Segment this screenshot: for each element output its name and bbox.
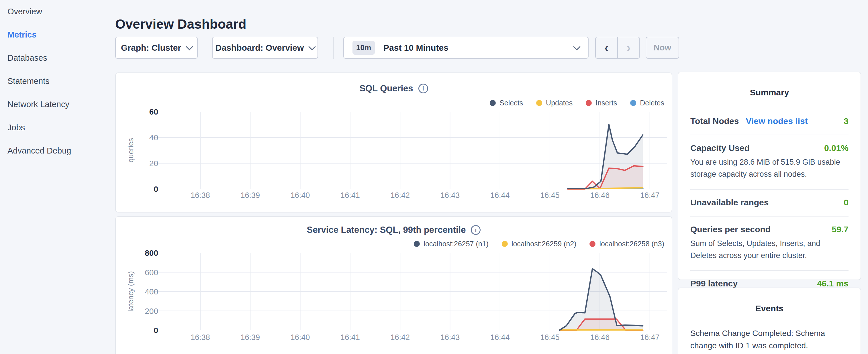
svg-text:60: 60: [149, 107, 158, 116]
summary-row-label: Capacity Used: [690, 143, 750, 153]
sidebar-item-metrics[interactable]: Metrics: [0, 23, 115, 46]
svg-text:16:41: 16:41: [340, 191, 360, 200]
summary-row-value: 59.7: [832, 225, 848, 234]
divider: [690, 270, 848, 271]
chevron-down-icon: [573, 43, 580, 50]
svg-text:200: 200: [145, 307, 158, 316]
svg-text:16:39: 16:39: [241, 333, 260, 342]
previous-time-button[interactable]: ‹: [596, 37, 618, 58]
time-range-badge: 10m: [352, 41, 375, 55]
svg-text:0: 0: [154, 185, 158, 194]
svg-text:40: 40: [149, 133, 158, 142]
summary-row-value: 46.1 ms: [817, 279, 848, 288]
svg-text:16:44: 16:44: [490, 333, 510, 342]
service-latency-chart[interactable]: 16:3816:3916:4016:4116:4216:4316:4416:45…: [116, 217, 673, 354]
next-time-button[interactable]: ›: [618, 37, 639, 58]
events-panel: Events Schema Change Completed: Schema c…: [678, 288, 861, 354]
time-range-label: Past 10 Minutes: [383, 43, 566, 53]
summary-title: Summary: [690, 88, 848, 97]
summary-row-total-nodes: Total Nodes View nodes list 3: [690, 116, 848, 126]
sidebar-item-network-latency[interactable]: Network Latency: [0, 93, 115, 116]
divider: [690, 189, 848, 190]
sidebar: OverviewMetricsDatabasesStatementsNetwor…: [0, 0, 115, 162]
chevron-down-icon: [308, 43, 315, 50]
page-title: Overview Dashboard: [115, 16, 246, 32]
svg-text:16:40: 16:40: [290, 191, 310, 200]
graph-dropdown-label: Graph: Cluster: [121, 43, 181, 53]
svg-text:16:40: 16:40: [290, 333, 310, 342]
svg-text:16:41: 16:41: [340, 333, 360, 342]
svg-text:16:45: 16:45: [540, 333, 560, 342]
svg-text:0: 0: [154, 326, 158, 335]
summary-row-p99-latency: P99 latency 46.1 ms: [690, 279, 848, 288]
events-title: Events: [690, 303, 848, 313]
svg-text:16:43: 16:43: [440, 191, 460, 200]
svg-text:16:47: 16:47: [640, 191, 660, 200]
graph-dropdown[interactable]: Graph: Cluster: [115, 37, 198, 59]
svg-text:800: 800: [145, 249, 158, 257]
svg-text:16:46: 16:46: [590, 333, 610, 342]
svg-text:16:42: 16:42: [390, 333, 410, 342]
summary-row-subtext: You are using 28.6 MiB of 515.9 GiB usab…: [690, 156, 848, 181]
svg-text:16:39: 16:39: [241, 191, 260, 200]
summary-panel: Summary Total Nodes View nodes list 3 Ca…: [678, 72, 861, 280]
summary-row-value: 0.01%: [824, 143, 848, 153]
now-button[interactable]: Now: [646, 37, 679, 59]
svg-text:16:42: 16:42: [390, 191, 410, 200]
controls-divider: [333, 37, 334, 59]
svg-text:16:44: 16:44: [490, 191, 510, 200]
svg-text:400: 400: [145, 287, 158, 296]
svg-text:16:43: 16:43: [440, 333, 460, 342]
dashboard-dropdown-label: Dashboard: Overview: [216, 43, 304, 53]
svg-text:16:47: 16:47: [640, 333, 660, 342]
sql-queries-chart-card: SQL Queries SelectsUpdatesInsertsDeletes…: [115, 72, 672, 213]
svg-text:16:46: 16:46: [590, 191, 610, 200]
summary-row-capacity-used: Capacity Used 0.01%: [690, 143, 848, 153]
summary-row-subtext: Sum of Selects, Updates, Inserts, and De…: [690, 238, 848, 262]
sidebar-item-databases[interactable]: Databases: [0, 46, 115, 70]
summary-row-label: Total Nodes: [690, 116, 739, 126]
dashboard-dropdown[interactable]: Dashboard: Overview: [212, 37, 318, 59]
summary-row-label: P99 latency: [690, 279, 738, 288]
svg-text:600: 600: [145, 268, 158, 277]
sidebar-item-statements[interactable]: Statements: [0, 70, 115, 93]
chevron-down-icon: [186, 43, 193, 50]
svg-text:16:45: 16:45: [540, 191, 560, 200]
time-step-buttons: ‹ ›: [595, 37, 640, 59]
time-range-selector[interactable]: 10m Past 10 Minutes: [343, 37, 589, 59]
svg-text:16:38: 16:38: [191, 191, 210, 200]
view-nodes-list-link[interactable]: View nodes list: [746, 116, 808, 126]
summary-row-label: Unavailable ranges: [690, 198, 769, 207]
sidebar-item-overview[interactable]: Overview: [0, 0, 115, 23]
sql-queries-chart[interactable]: 16:3816:3916:4016:4116:4216:4316:4416:45…: [116, 73, 673, 213]
summary-row-queries-per-second: Queries per second 59.7: [690, 225, 848, 234]
svg-text:20: 20: [149, 159, 158, 168]
sidebar-item-advanced-debug[interactable]: Advanced Debug: [0, 139, 115, 162]
summary-row-unavailable-ranges: Unavailable ranges 0: [690, 198, 848, 207]
list-item[interactable]: Schema Change Completed: Schema change w…: [690, 327, 848, 354]
divider: [690, 216, 848, 217]
summary-row-value: 3: [844, 116, 848, 126]
event-message: Schema Change Completed: Schema change w…: [690, 327, 848, 352]
summary-row-value: 0: [844, 198, 848, 207]
svg-text:16:38: 16:38: [191, 333, 210, 342]
divider: [690, 135, 848, 135]
summary-row-label: Queries per second: [690, 225, 771, 234]
sidebar-item-jobs[interactable]: Jobs: [0, 116, 115, 139]
service-latency-chart-card: Service Latency: SQL, 99th percentile lo…: [115, 216, 672, 354]
